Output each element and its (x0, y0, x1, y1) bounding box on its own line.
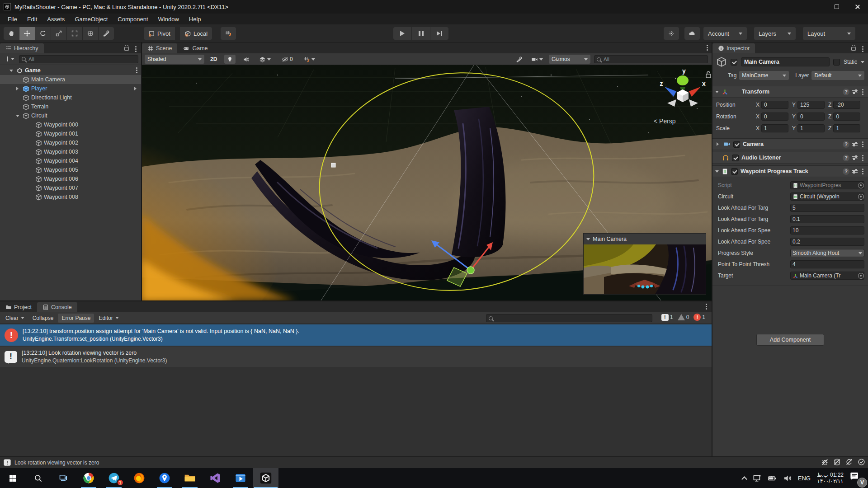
tab-scene[interactable]: Scene (142, 43, 177, 53)
pan-tool-button[interactable] (4, 27, 19, 40)
kebab-menu-icon[interactable] (136, 70, 137, 71)
clock[interactable]: 01:22 ب.ظ ۱۴۰۰/۰۲/۱۱ (817, 472, 844, 484)
debugger-detached-icon[interactable] (821, 458, 829, 466)
scale-z-field[interactable] (833, 124, 860, 132)
rect-tool-button[interactable] (67, 27, 82, 40)
progress-style-dropdown[interactable]: Smooth Along Rout (790, 249, 864, 257)
hierarchy-item-waypoint-006[interactable]: Waypoint 006 (0, 174, 141, 183)
lock-icon[interactable] (851, 47, 856, 51)
taskbar-firefox[interactable] (127, 468, 152, 488)
hierarchy-item-waypoint-003[interactable]: Waypoint 003 (0, 147, 141, 156)
look-ahead-target-field[interactable]: 5 (790, 204, 864, 212)
expand-caret-icon[interactable] (715, 170, 719, 174)
add-object-button[interactable] (3, 55, 16, 63)
scene-lighting-button[interactable] (224, 55, 236, 64)
position-z-field[interactable] (833, 101, 860, 109)
object-picker-icon[interactable] (858, 273, 864, 279)
expand-caret-icon[interactable] (9, 70, 13, 74)
clear-button[interactable]: Clear (2, 314, 28, 323)
layout-dropdown[interactable]: Layout (803, 27, 855, 40)
tray-expand-icon[interactable] (741, 476, 747, 482)
hierarchy-item-waypoint-008[interactable]: Waypoint 008 (0, 192, 141, 202)
script-object-field[interactable]: WaypointProgres (790, 181, 864, 189)
error-count[interactable]: !1 (693, 314, 705, 321)
account-dropdown[interactable]: Account (703, 27, 747, 40)
kebab-menu-icon[interactable] (862, 91, 863, 93)
taskbar-chrome[interactable] (76, 468, 101, 488)
scale-x-field[interactable] (761, 124, 788, 132)
layer-dropdown[interactable]: Default (811, 71, 864, 80)
grid-snap-button[interactable] (221, 27, 236, 40)
help-icon[interactable]: ? (843, 155, 849, 161)
volume-icon[interactable] (783, 474, 792, 483)
cloud-button[interactable] (684, 27, 700, 40)
object-picker-icon[interactable] (858, 194, 864, 200)
minimize-button[interactable] (806, 0, 826, 14)
taskbar-telegram[interactable]: 1 (101, 468, 127, 488)
camera-component-header[interactable]: Camera ? (712, 138, 868, 150)
task-view-button[interactable] (51, 468, 76, 488)
kebab-menu-icon[interactable] (862, 144, 863, 145)
hierarchy-item-waypoint-001[interactable]: Waypoint 001 (0, 129, 141, 138)
progress-idle-icon[interactable] (858, 458, 865, 466)
play-button[interactable] (393, 27, 411, 40)
maximize-button[interactable] (826, 0, 847, 14)
help-icon[interactable]: ? (843, 168, 849, 175)
look-ahead-speed-field[interactable]: 10 (790, 226, 864, 235)
look-ahead-target-2-field[interactable]: 0.1 (790, 215, 864, 223)
transform-tool-button[interactable] (83, 27, 98, 40)
grid-visibility-dropdown[interactable] (301, 55, 317, 64)
prefab-open-chevron-icon[interactable] (134, 87, 138, 90)
shading-mode-dropdown[interactable]: Shaded (145, 55, 204, 64)
menu-gameobject[interactable]: GameObject (70, 14, 113, 24)
hierarchy-item-waypoint-004[interactable]: Waypoint 004 (0, 156, 141, 165)
notification-center-button[interactable]: V (850, 471, 863, 485)
collapse-button[interactable]: Collapse (29, 314, 57, 323)
pivot-toggle-button[interactable]: Pivot (144, 27, 175, 40)
battery-icon[interactable] (768, 474, 777, 483)
tab-game[interactable]: Game (177, 43, 213, 53)
presets-icon[interactable] (852, 156, 858, 159)
kebab-menu-icon[interactable] (707, 47, 708, 48)
scene-camera-dropdown[interactable] (529, 55, 545, 64)
local-toggle-button[interactable]: Local (180, 27, 212, 40)
editor-tools-button[interactable] (514, 55, 525, 64)
editor-dropdown[interactable]: Editor (95, 314, 122, 323)
camera-preview-header[interactable]: Main Camera (584, 234, 706, 244)
hierarchy-item-game[interactable]: Game (0, 66, 141, 75)
close-button[interactable] (847, 0, 868, 14)
target-object-field[interactable]: Main Camera (Tr (790, 272, 864, 280)
expand-caret-icon[interactable] (16, 115, 19, 119)
collapsed-caret-icon[interactable] (717, 142, 721, 146)
hierarchy-item-waypoint-002[interactable]: Waypoint 002 (0, 138, 141, 147)
lock-icon[interactable] (124, 47, 129, 51)
console-entry-error[interactable]: ! [13:22:10] transform.position assign a… (0, 324, 712, 346)
perspective-label[interactable]: < Persp (654, 117, 676, 125)
auto-refresh-disabled-icon[interactable] (845, 458, 853, 466)
hierarchy-item-terrain[interactable]: Terrain (0, 102, 141, 111)
error-pause-button[interactable]: Error Pause (58, 314, 94, 323)
cache-server-disabled-icon[interactable] (833, 458, 841, 466)
help-icon[interactable]: ? (843, 141, 849, 148)
kebab-menu-icon[interactable] (862, 48, 863, 50)
script-enabled-checkbox[interactable] (731, 168, 738, 175)
add-component-button[interactable]: Add Component (756, 334, 824, 346)
editor-status-bar[interactable]: ! Look rotation viewing vector is zero (0, 456, 868, 468)
kebab-menu-icon[interactable] (135, 48, 137, 50)
kebab-menu-icon[interactable] (706, 306, 707, 307)
info-count[interactable]: !1 (661, 314, 673, 321)
look-ahead-speed-2-field[interactable]: 0.2 (790, 238, 864, 246)
tab-console[interactable]: Console (37, 302, 77, 312)
help-icon[interactable]: ? (843, 89, 849, 95)
hierarchy-item-player[interactable]: Player (0, 84, 141, 93)
kebab-menu-icon[interactable] (862, 157, 863, 159)
scene-effects-dropdown[interactable] (257, 55, 273, 64)
tab-inspector[interactable]: Inspector (712, 43, 755, 53)
kebab-menu-icon[interactable] (862, 171, 863, 172)
console-search-input[interactable] (495, 315, 652, 321)
scene-audio-button[interactable] (241, 55, 252, 64)
hierarchy-item-directional-light[interactable]: Directional Light (0, 93, 141, 102)
taskbar-search-button[interactable] (25, 468, 51, 488)
audio-enabled-checkbox[interactable] (732, 155, 739, 161)
scene-viewport[interactable]: y z x < Persp Main Camera (142, 65, 712, 300)
